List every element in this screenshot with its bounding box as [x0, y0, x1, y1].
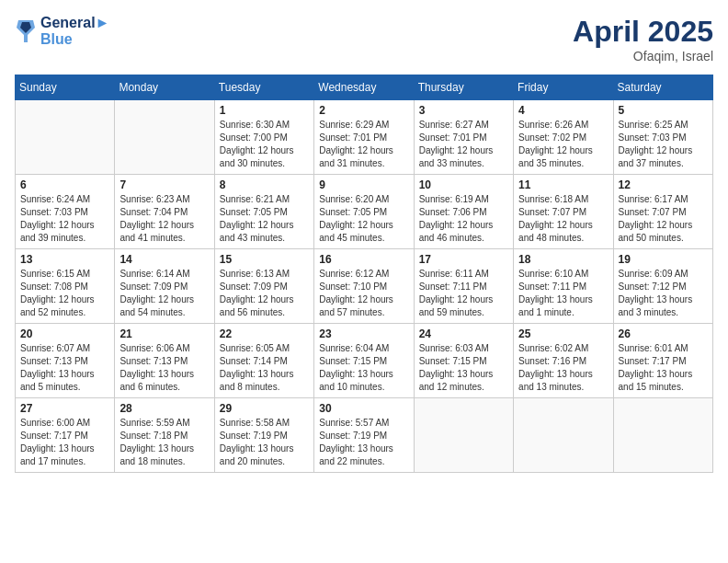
weekday-header-friday: Friday [514, 75, 613, 100]
day-info: Sunrise: 6:18 AM Sunset: 7:07 PM Dayligh… [518, 193, 608, 245]
calendar-cell: 28Sunrise: 5:59 AM Sunset: 7:18 PM Dayli… [115, 398, 214, 473]
day-info: Sunrise: 6:17 AM Sunset: 7:07 PM Dayligh… [619, 193, 708, 245]
title-block: April 2025 Ofaqim, Israel [573, 15, 713, 63]
day-number: 21 [119, 327, 209, 340]
logo-icon [15, 18, 37, 44]
day-info: Sunrise: 6:23 AM Sunset: 7:04 PM Dayligh… [119, 193, 209, 245]
day-number: 10 [419, 178, 508, 191]
calendar-cell: 13Sunrise: 6:15 AM Sunset: 7:08 PM Dayli… [16, 249, 115, 324]
day-number: 3 [419, 104, 508, 117]
calendar-cell: 9Sunrise: 6:20 AM Sunset: 7:05 PM Daylig… [314, 175, 414, 249]
page-header: General► Blue April 2025 Ofaqim, Israel [15, 15, 713, 63]
day-info: Sunrise: 6:27 AM Sunset: 7:01 PM Dayligh… [419, 119, 508, 170]
calendar-week-row: 20Sunrise: 6:07 AM Sunset: 7:13 PM Dayli… [16, 324, 713, 398]
calendar-cell: 22Sunrise: 6:05 AM Sunset: 7:14 PM Dayli… [214, 324, 313, 398]
calendar-cell: 1Sunrise: 6:30 AM Sunset: 7:00 PM Daylig… [214, 100, 313, 175]
day-info: Sunrise: 5:59 AM Sunset: 7:18 PM Dayligh… [119, 417, 209, 468]
day-info: Sunrise: 6:11 AM Sunset: 7:11 PM Dayligh… [419, 268, 508, 319]
day-number: 2 [319, 104, 408, 117]
calendar-cell: 18Sunrise: 6:10 AM Sunset: 7:11 PM Dayli… [514, 249, 613, 324]
day-number: 5 [619, 104, 708, 117]
day-number: 22 [220, 327, 309, 340]
weekday-header-saturday: Saturday [613, 75, 712, 100]
calendar-table: SundayMondayTuesdayWednesdayThursdayFrid… [15, 75, 713, 473]
day-number: 6 [20, 178, 109, 191]
weekday-header-tuesday: Tuesday [214, 75, 313, 100]
weekday-header-thursday: Thursday [414, 75, 513, 100]
day-number: 1 [220, 104, 309, 117]
weekday-header-row: SundayMondayTuesdayWednesdayThursdayFrid… [16, 75, 713, 100]
calendar-cell: 10Sunrise: 6:19 AM Sunset: 7:06 PM Dayli… [414, 175, 513, 249]
day-info: Sunrise: 6:12 AM Sunset: 7:10 PM Dayligh… [319, 268, 408, 319]
day-number: 17 [419, 253, 508, 266]
day-info: Sunrise: 6:26 AM Sunset: 7:02 PM Dayligh… [518, 119, 608, 170]
day-number: 13 [20, 253, 109, 266]
location-subtitle: Ofaqim, Israel [573, 49, 713, 63]
day-info: Sunrise: 6:07 AM Sunset: 7:13 PM Dayligh… [20, 342, 109, 394]
calendar-cell: 26Sunrise: 6:01 AM Sunset: 7:17 PM Dayli… [613, 324, 712, 398]
day-info: Sunrise: 6:06 AM Sunset: 7:13 PM Dayligh… [119, 342, 209, 394]
day-number: 29 [220, 402, 309, 415]
day-info: Sunrise: 6:01 AM Sunset: 7:17 PM Dayligh… [619, 342, 708, 394]
day-info: Sunrise: 6:21 AM Sunset: 7:05 PM Dayligh… [220, 193, 309, 245]
day-info: Sunrise: 6:10 AM Sunset: 7:11 PM Dayligh… [518, 268, 608, 319]
calendar-cell [115, 100, 214, 175]
logo: General► Blue [15, 15, 109, 48]
day-info: Sunrise: 6:00 AM Sunset: 7:17 PM Dayligh… [20, 417, 109, 468]
day-number: 26 [619, 327, 708, 340]
calendar-cell: 7Sunrise: 6:23 AM Sunset: 7:04 PM Daylig… [115, 175, 214, 249]
day-info: Sunrise: 6:29 AM Sunset: 7:01 PM Dayligh… [319, 119, 408, 170]
calendar-cell: 5Sunrise: 6:25 AM Sunset: 7:03 PM Daylig… [613, 100, 712, 175]
day-number: 14 [119, 253, 209, 266]
calendar-cell [16, 100, 115, 175]
day-number: 8 [220, 178, 309, 191]
calendar-cell [514, 398, 613, 473]
day-info: Sunrise: 6:09 AM Sunset: 7:12 PM Dayligh… [619, 268, 708, 319]
calendar-cell: 6Sunrise: 6:24 AM Sunset: 7:03 PM Daylig… [16, 175, 115, 249]
calendar-cell [613, 398, 712, 473]
day-number: 20 [20, 327, 109, 340]
weekday-header-monday: Monday [115, 75, 214, 100]
calendar-cell: 21Sunrise: 6:06 AM Sunset: 7:13 PM Dayli… [115, 324, 214, 398]
calendar-cell: 8Sunrise: 6:21 AM Sunset: 7:05 PM Daylig… [214, 175, 313, 249]
calendar-cell: 29Sunrise: 5:58 AM Sunset: 7:19 PM Dayli… [214, 398, 313, 473]
day-info: Sunrise: 6:25 AM Sunset: 7:03 PM Dayligh… [619, 119, 708, 170]
calendar-cell: 20Sunrise: 6:07 AM Sunset: 7:13 PM Dayli… [16, 324, 115, 398]
calendar-cell: 14Sunrise: 6:14 AM Sunset: 7:09 PM Dayli… [115, 249, 214, 324]
calendar-cell: 15Sunrise: 6:13 AM Sunset: 7:09 PM Dayli… [214, 249, 313, 324]
day-number: 15 [220, 253, 309, 266]
day-info: Sunrise: 6:05 AM Sunset: 7:14 PM Dayligh… [220, 342, 309, 394]
day-number: 23 [319, 327, 408, 340]
day-info: Sunrise: 6:15 AM Sunset: 7:08 PM Dayligh… [20, 268, 109, 319]
day-number: 16 [319, 253, 408, 266]
day-info: Sunrise: 6:19 AM Sunset: 7:06 PM Dayligh… [419, 193, 508, 245]
day-number: 18 [518, 253, 608, 266]
day-info: Sunrise: 6:13 AM Sunset: 7:09 PM Dayligh… [220, 268, 309, 319]
calendar-cell: 4Sunrise: 6:26 AM Sunset: 7:02 PM Daylig… [514, 100, 613, 175]
calendar-cell [414, 398, 513, 473]
calendar-cell: 16Sunrise: 6:12 AM Sunset: 7:10 PM Dayli… [314, 249, 414, 324]
day-number: 19 [619, 253, 708, 266]
calendar-cell: 12Sunrise: 6:17 AM Sunset: 7:07 PM Dayli… [613, 175, 712, 249]
weekday-header-wednesday: Wednesday [314, 75, 414, 100]
day-number: 30 [319, 402, 408, 415]
day-info: Sunrise: 6:14 AM Sunset: 7:09 PM Dayligh… [119, 268, 209, 319]
day-number: 24 [419, 327, 508, 340]
day-number: 12 [619, 178, 708, 191]
day-info: Sunrise: 6:24 AM Sunset: 7:03 PM Dayligh… [20, 193, 109, 245]
calendar-cell: 25Sunrise: 6:02 AM Sunset: 7:16 PM Dayli… [514, 324, 613, 398]
calendar-cell: 2Sunrise: 6:29 AM Sunset: 7:01 PM Daylig… [314, 100, 414, 175]
day-number: 27 [20, 402, 109, 415]
calendar-cell: 30Sunrise: 5:57 AM Sunset: 7:19 PM Dayli… [314, 398, 414, 473]
logo-text: General► Blue [40, 15, 109, 48]
day-info: Sunrise: 6:30 AM Sunset: 7:00 PM Dayligh… [220, 119, 309, 170]
calendar-cell: 3Sunrise: 6:27 AM Sunset: 7:01 PM Daylig… [414, 100, 513, 175]
calendar-cell: 11Sunrise: 6:18 AM Sunset: 7:07 PM Dayli… [514, 175, 613, 249]
day-info: Sunrise: 6:20 AM Sunset: 7:05 PM Dayligh… [319, 193, 408, 245]
day-number: 25 [518, 327, 608, 340]
calendar-cell: 19Sunrise: 6:09 AM Sunset: 7:12 PM Dayli… [613, 249, 712, 324]
weekday-header-sunday: Sunday [16, 75, 115, 100]
calendar-week-row: 27Sunrise: 6:00 AM Sunset: 7:17 PM Dayli… [16, 398, 713, 473]
calendar-week-row: 6Sunrise: 6:24 AM Sunset: 7:03 PM Daylig… [16, 175, 713, 249]
day-number: 28 [119, 402, 209, 415]
